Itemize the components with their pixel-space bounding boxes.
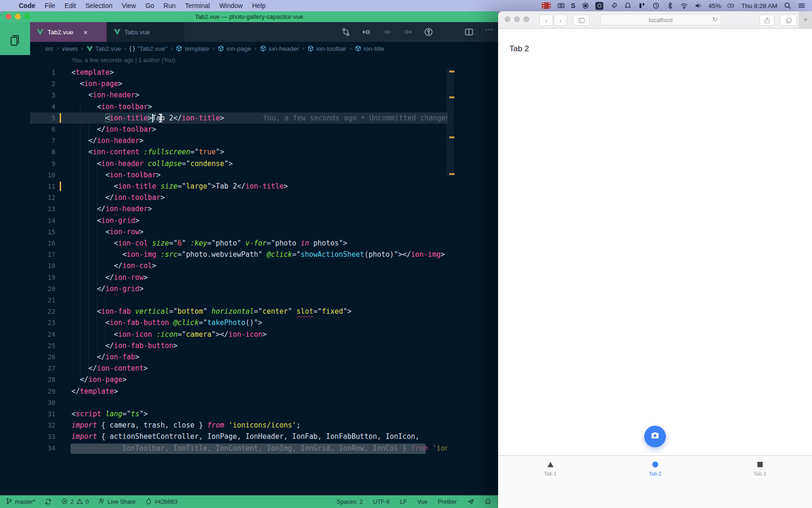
editor-scrollbar-vertical[interactable] — [446, 68, 454, 176]
code-area[interactable]: 1<template>2 <ion-page>3 <ion-header>4 <… — [30, 67, 447, 495]
menu-edit[interactable]: Edit — [60, 2, 81, 9]
s-letter-icon[interactable]: S — [571, 2, 575, 9]
clock-compass-icon[interactable] — [652, 2, 660, 10]
spotlight-icon[interactable] — [783, 2, 791, 10]
code-line-3[interactable]: 3 <ion-header> — [30, 89, 447, 101]
record-icon[interactable] — [581, 2, 589, 10]
code-line-24[interactable]: 24 <ion-icon :icon="camera"></ion-icon> — [30, 329, 447, 340]
screen-mirroring-icon[interactable] — [595, 2, 603, 10]
tab-tabs-vue[interactable]: Tabs.vue — [107, 22, 184, 42]
camera-fab-button[interactable] — [644, 426, 666, 447]
breadcrumb-iontoolbar[interactable]: ion-toolbar — [307, 45, 346, 52]
code-line-30[interactable]: 30 — [30, 397, 447, 408]
code-line-6[interactable]: 6 </ion-toolbar> — [30, 124, 447, 135]
share-button[interactable] — [759, 15, 774, 26]
menu-help[interactable]: Help — [247, 2, 270, 9]
live-share-button[interactable]: Live Share — [98, 498, 136, 506]
breadcrumb-iontitle[interactable]: ion-title — [355, 45, 384, 52]
breadcrumb-template[interactable]: template — [176, 45, 209, 52]
new-tab-button[interactable]: + — [799, 11, 812, 28]
forward-button[interactable]: › — [554, 15, 567, 26]
code-line-2[interactable]: 2 <ion-page> — [30, 78, 447, 89]
code-line-15[interactable]: 15 <ion-row> — [30, 226, 447, 238]
ios-tab-tab-3[interactable]: Tab 3 — [732, 460, 788, 476]
breadcrumb-Tab2vue[interactable]: { }"Tab2.vue" — [130, 45, 168, 52]
tab-overview-button[interactable] — [780, 15, 797, 26]
code-line-13[interactable]: 13 </ion-header> — [30, 203, 447, 214]
code-editor[interactable]: You, a few seconds ago | 1 author (You) … — [0, 55, 498, 495]
code-line-31[interactable]: 31<script lang="ts"> — [30, 408, 447, 420]
menu-window[interactable]: Window — [215, 2, 248, 9]
zoom-window-button[interactable] — [523, 16, 529, 22]
indentation-status[interactable]: Spaces: 2 — [336, 499, 363, 505]
sync-button[interactable] — [45, 498, 52, 505]
problems-status[interactable]: 2 0 — [61, 498, 89, 506]
code-line-18[interactable]: 18 </ion-col> — [30, 260, 447, 271]
activity-explorer[interactable] — [7, 32, 23, 48]
code-line-4[interactable]: 4 <ion-toolbar> — [30, 101, 447, 112]
close-window-button[interactable] — [505, 16, 510, 22]
menu-clock[interactable]: Thu 8:28 AM — [741, 2, 777, 9]
feedback-rocket-icon[interactable] — [467, 498, 474, 505]
notifications-bell-icon[interactable] — [484, 498, 492, 505]
ios-tab-tab-2[interactable]: Tab 2 — [627, 460, 683, 476]
menu-run[interactable]: Run — [159, 2, 180, 9]
code-line-25[interactable]: 25 </ion-fab-button> — [30, 340, 447, 351]
close-tab-icon[interactable]: × — [84, 28, 88, 36]
encoding-status[interactable]: UTF-8 — [373, 499, 390, 505]
back-button[interactable]: ‹ — [539, 15, 553, 26]
code-line-33[interactable]: 33import { actionSheetController, IonPag… — [30, 431, 447, 442]
code-line-16[interactable]: 16 <ion-col size="6" :key="photo" v-for=… — [30, 238, 447, 249]
minimize-window-button[interactable] — [15, 14, 21, 19]
code-line-21[interactable]: 21 — [30, 294, 447, 306]
eol-status[interactable]: LF — [400, 499, 407, 505]
code-line-1[interactable]: 1<template> — [30, 67, 447, 78]
previous-change-icon[interactable] — [362, 27, 371, 37]
code-line-11[interactable]: 11 <ion-title size="large">Tab 2</ion-ti… — [30, 181, 447, 192]
git-branch-status[interactable]: master* — [6, 498, 35, 506]
breadcrumb-views[interactable]: views — [62, 45, 78, 52]
code-line-7[interactable]: 7 </ion-header> — [30, 135, 447, 146]
code-line-29[interactable]: 29</template> — [30, 386, 447, 397]
breadcrumb-ionheader[interactable]: ion-header — [260, 45, 299, 52]
control-center-icon[interactable] — [797, 2, 805, 10]
close-window-button[interactable] — [6, 14, 11, 19]
editor-scrollbar-horizontal[interactable] — [70, 444, 426, 454]
current-change-icon[interactable] — [383, 27, 392, 37]
formatter-status[interactable]: Prettier — [438, 499, 457, 505]
code-line-5[interactable]: 5 <ion-title>Tab 2</ion-title>You, a few… — [30, 112, 447, 124]
volume-icon[interactable] — [694, 2, 702, 10]
code-line-19[interactable]: 19 </ion-row> — [30, 272, 447, 283]
zoom-window-button[interactable] — [24, 14, 30, 19]
code-line-20[interactable]: 20 </ion-grid> — [30, 283, 447, 294]
code-line-9[interactable]: 9 <ion-header collapse="condense"> — [30, 158, 447, 169]
split-editor-icon[interactable] — [464, 27, 474, 37]
code-line-32[interactable]: 32import { camera, trash, close } from '… — [30, 420, 447, 431]
minimize-window-button[interactable] — [514, 16, 520, 22]
camera-icon[interactable] — [557, 2, 565, 10]
breadcrumb-src[interactable]: src — [45, 45, 54, 52]
menu-file[interactable]: File — [40, 2, 60, 9]
code-line-23[interactable]: 23 <ion-fab-button @click="takePhoto()"> — [30, 317, 447, 328]
peacock-color-status[interactable]: #42b883 — [145, 498, 178, 506]
code-line-14[interactable]: 14 <ion-grid> — [30, 215, 447, 226]
code-line-22[interactable]: 22 <ion-fab vertical="bottom" horizontal… — [30, 306, 447, 317]
code-line-10[interactable]: 10 <ion-toolbar> — [30, 169, 447, 181]
address-bar[interactable]: localhost ↻ — [600, 14, 721, 25]
reload-icon[interactable]: ↻ — [712, 16, 718, 23]
menu-view[interactable]: View — [117, 2, 141, 9]
code-line-27[interactable]: 27 </ion-content> — [30, 363, 447, 374]
code-line-26[interactable]: 26 </ion-fab> — [30, 351, 447, 363]
menu-terminal[interactable]: Terminal — [180, 2, 215, 9]
run-commit-icon[interactable] — [424, 27, 433, 37]
breadcrumb-Tab2vue[interactable]: Tab2.vue — [86, 45, 121, 52]
rocket-icon[interactable] — [609, 2, 617, 10]
more-actions-icon[interactable]: ⋯ — [485, 27, 494, 37]
wifi-icon[interactable] — [680, 2, 688, 10]
language-mode-status[interactable]: Vue — [417, 499, 428, 505]
bluetooth-icon[interactable] — [666, 2, 674, 10]
tab-tab2-vue[interactable]: Tab2.vue× — [30, 22, 107, 42]
compare-changes-icon[interactable] — [341, 27, 351, 37]
ios-tab-tab-1[interactable]: Tab 1 — [522, 460, 578, 476]
next-change-icon[interactable] — [403, 27, 413, 37]
